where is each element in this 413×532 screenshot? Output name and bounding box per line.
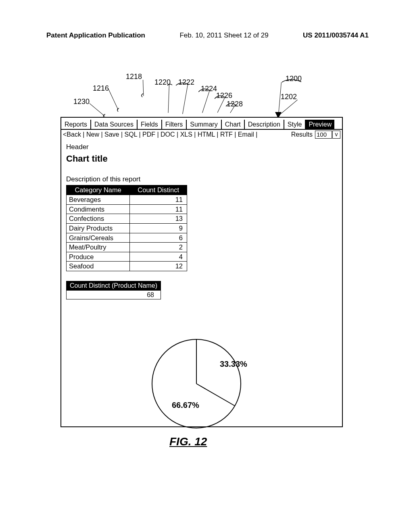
app-window: Reports Data Sources Fields Filters Summ… — [60, 117, 343, 427]
leader-1222-hook — [176, 82, 190, 86]
leader-1220-hook — [167, 82, 173, 86]
pub-left: Patent Application Publication — [46, 31, 145, 39]
table-row: Grains/Cereals6 — [67, 233, 187, 243]
col-header-category: Category Name — [67, 185, 130, 195]
pub-center: Feb. 10, 2011 Sheet 12 of 29 — [179, 31, 268, 39]
cell-val: 2 — [130, 243, 187, 252]
cell-cat: Condiments — [67, 204, 130, 214]
leader-1200-hook — [282, 79, 302, 83]
tab-bar: Reports Data Sources Fields Filters Summ… — [61, 118, 342, 130]
cell-cat: Confections — [67, 214, 130, 224]
tab-fields[interactable]: Fields — [138, 120, 162, 129]
cell-val: 11 — [130, 195, 187, 205]
cell-cat: Dairy Products — [67, 223, 130, 233]
tab-chart[interactable]: Chart — [222, 120, 245, 129]
header-text: Header — [66, 143, 337, 151]
results-input[interactable]: 100 — [315, 131, 332, 139]
cell-cat: Meat/Poultry — [67, 243, 130, 252]
table-row: Produce4 — [67, 252, 187, 262]
report-description: Description of this report — [66, 175, 337, 183]
tab-data-sources[interactable]: Data Sources — [91, 120, 138, 129]
tab-style[interactable]: Style — [284, 120, 306, 129]
cell-val: 9 — [130, 223, 187, 233]
cell-val: 12 — [130, 262, 187, 271]
cell-val: 13 — [130, 214, 187, 224]
leader-1216 — [108, 89, 118, 110]
sub-toolbar: <Back | New | Save | SQL | PDF | DOC | X… — [61, 130, 342, 140]
page-header: Patent Application Publication Feb. 10, … — [46, 31, 369, 39]
cell-cat: Produce — [67, 252, 130, 262]
tab-description[interactable]: Description — [245, 120, 284, 129]
annot-1202: 1202 — [281, 93, 297, 101]
report-body: Header Chart title Description of this r… — [61, 140, 342, 303]
cell-cat: Seafood — [67, 262, 130, 271]
cell-val: 11 — [130, 204, 187, 214]
leader-1220 — [168, 85, 169, 113]
cell-val: 6 — [130, 233, 187, 243]
leader-1226-hook — [215, 95, 228, 100]
leader-1228-hook — [226, 102, 239, 107]
pub-right: US 2011/0035744 A1 — [303, 31, 369, 39]
cell-cat: Beverages — [67, 195, 130, 205]
results-dropdown-icon[interactable]: v — [332, 131, 340, 139]
annot-1230: 1230 — [73, 98, 90, 106]
leader-1216-hook — [116, 108, 122, 112]
sub-toolbar-links[interactable]: <Back | New | Save | SQL | PDF | DOC | X… — [63, 131, 257, 138]
col-header-count: Count Distinct — [130, 185, 187, 195]
table-row: Condiments11 — [67, 204, 187, 214]
data-table: Category Name Count Distinct Beverages11… — [66, 185, 187, 271]
table-row: Beverages11 — [67, 195, 187, 205]
pie-label-a: 33.33% — [220, 360, 247, 368]
table-row: Dairy Products9 — [67, 223, 187, 233]
tab-filters[interactable]: Filters — [162, 120, 187, 129]
table-row: Confections13 — [67, 214, 187, 224]
annot-1218: 1218 — [126, 73, 142, 81]
tab-reports[interactable]: Reports — [61, 120, 91, 129]
annot-1216: 1216 — [93, 84, 109, 93]
pie-chart: 33.33% 66.67% — [140, 335, 261, 432]
results-label: Results — [291, 131, 313, 138]
chart-title: Chart title — [66, 154, 337, 164]
cell-cat: Grains/Cereals — [67, 233, 130, 243]
leader-1224 — [202, 91, 210, 113]
tab-summary[interactable]: Summary — [187, 120, 221, 129]
cell-val: 4 — [130, 252, 187, 262]
leader-1224-hook — [198, 88, 213, 93]
summary-table: Count Distinct (Product Name) 68 — [66, 281, 161, 299]
leader-1222 — [182, 85, 188, 114]
table-row: Meat/Poultry2 — [67, 243, 187, 252]
summary-value: 68 — [67, 291, 161, 299]
summary-header: Count Distinct (Product Name) — [67, 281, 161, 291]
table-row: Seafood12 — [67, 262, 187, 271]
svg-line-3 — [196, 384, 235, 406]
tab-preview[interactable]: Preview — [306, 120, 334, 129]
figure-caption: FIG. 12 — [169, 435, 207, 448]
pie-svg: 33.33% 66.67% — [140, 335, 261, 432]
pie-label-b: 66.67% — [172, 401, 199, 409]
leader-1218-hook — [140, 94, 146, 98]
